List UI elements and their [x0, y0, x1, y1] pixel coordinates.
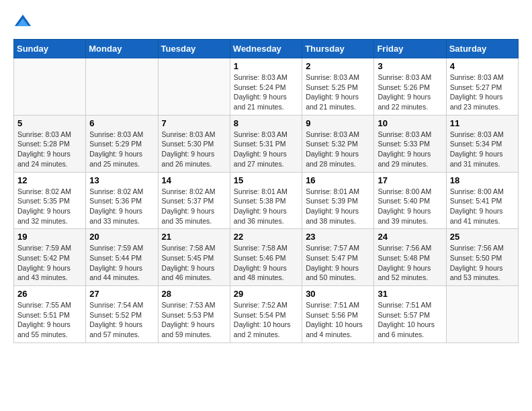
week-row-1: 1Sunrise: 8:03 AM Sunset: 5:24 PM Daylig…: [14, 58, 519, 116]
day-info: Sunrise: 7:57 AM Sunset: 5:47 PM Dayligh…: [306, 243, 370, 283]
weekday-header-sunday: Sunday: [14, 40, 86, 58]
day-number: 26: [17, 289, 82, 299]
day-info: Sunrise: 7:55 AM Sunset: 5:51 PM Dayligh…: [17, 300, 82, 340]
calendar-cell: 20Sunrise: 7:59 AM Sunset: 5:44 PM Dayli…: [86, 229, 158, 286]
day-number: 15: [234, 175, 298, 185]
calendar-cell: 6Sunrise: 8:03 AM Sunset: 5:29 PM Daylig…: [86, 115, 158, 172]
day-number: 7: [162, 118, 226, 128]
day-info: Sunrise: 8:01 AM Sunset: 5:39 PM Dayligh…: [306, 187, 370, 226]
day-number: 1: [234, 61, 298, 71]
calendar-cell: 9Sunrise: 8:03 AM Sunset: 5:32 PM Daylig…: [302, 115, 374, 172]
day-info: Sunrise: 8:02 AM Sunset: 5:37 PM Dayligh…: [162, 187, 226, 226]
calendar-cell: 3Sunrise: 8:03 AM Sunset: 5:26 PM Daylig…: [374, 58, 446, 116]
calendar-cell: 12Sunrise: 8:02 AM Sunset: 5:35 PM Dayli…: [14, 172, 86, 229]
day-info: Sunrise: 8:03 AM Sunset: 5:34 PM Dayligh…: [450, 130, 515, 169]
calendar-cell: 14Sunrise: 8:02 AM Sunset: 5:37 PM Dayli…: [158, 172, 230, 229]
header: [13, 13, 519, 32]
calendar-cell: 22Sunrise: 7:58 AM Sunset: 5:46 PM Dayli…: [230, 229, 302, 286]
calendar-cell: 28Sunrise: 7:53 AM Sunset: 5:53 PM Dayli…: [158, 286, 230, 343]
calendar-cell: [14, 58, 86, 116]
day-number: 24: [378, 232, 442, 242]
day-number: 14: [162, 175, 226, 185]
calendar-cell: 2Sunrise: 8:03 AM Sunset: 5:25 PM Daylig…: [302, 58, 374, 116]
calendar-cell: [86, 58, 158, 116]
calendar-cell: 30Sunrise: 7:51 AM Sunset: 5:56 PM Dayli…: [302, 286, 374, 343]
day-number: 25: [450, 232, 515, 242]
day-info: Sunrise: 7:59 AM Sunset: 5:44 PM Dayligh…: [89, 243, 154, 283]
week-row-2: 5Sunrise: 8:03 AM Sunset: 5:28 PM Daylig…: [14, 115, 519, 172]
day-info: Sunrise: 7:58 AM Sunset: 5:46 PM Dayligh…: [234, 243, 298, 283]
day-number: 6: [89, 118, 154, 128]
day-info: Sunrise: 8:02 AM Sunset: 5:36 PM Dayligh…: [89, 187, 154, 226]
day-number: 10: [378, 118, 442, 128]
calendar-cell: 25Sunrise: 7:56 AM Sunset: 5:50 PM Dayli…: [446, 229, 518, 286]
calendar-cell: 1Sunrise: 8:03 AM Sunset: 5:24 PM Daylig…: [230, 58, 302, 116]
calendar-cell: 10Sunrise: 8:03 AM Sunset: 5:33 PM Dayli…: [374, 115, 446, 172]
day-number: 22: [234, 232, 298, 242]
calendar-cell: 5Sunrise: 8:03 AM Sunset: 5:28 PM Daylig…: [14, 115, 86, 172]
day-info: Sunrise: 8:03 AM Sunset: 5:24 PM Dayligh…: [234, 73, 298, 112]
day-info: Sunrise: 8:03 AM Sunset: 5:28 PM Dayligh…: [17, 130, 82, 169]
calendar-cell: 17Sunrise: 8:00 AM Sunset: 5:40 PM Dayli…: [374, 172, 446, 229]
day-number: 16: [306, 175, 370, 185]
day-info: Sunrise: 8:03 AM Sunset: 5:27 PM Dayligh…: [450, 73, 515, 112]
weekday-header-tuesday: Tuesday: [158, 40, 230, 58]
day-number: 5: [17, 118, 82, 128]
calendar-cell: 23Sunrise: 7:57 AM Sunset: 5:47 PM Dayli…: [302, 229, 374, 286]
day-number: 12: [17, 175, 82, 185]
day-info: Sunrise: 8:03 AM Sunset: 5:29 PM Dayligh…: [89, 130, 154, 169]
day-info: Sunrise: 8:03 AM Sunset: 5:30 PM Dayligh…: [162, 130, 226, 169]
day-info: Sunrise: 8:03 AM Sunset: 5:33 PM Dayligh…: [378, 130, 442, 169]
weekday-header-friday: Friday: [374, 40, 446, 58]
weekday-header-monday: Monday: [86, 40, 158, 58]
calendar-cell: [446, 286, 518, 343]
week-row-4: 19Sunrise: 7:59 AM Sunset: 5:42 PM Dayli…: [14, 229, 519, 286]
calendar-cell: 18Sunrise: 8:00 AM Sunset: 5:41 PM Dayli…: [446, 172, 518, 229]
day-number: 30: [306, 289, 370, 299]
day-info: Sunrise: 7:56 AM Sunset: 5:50 PM Dayligh…: [450, 243, 515, 283]
calendar-cell: 16Sunrise: 8:01 AM Sunset: 5:39 PM Dayli…: [302, 172, 374, 229]
logo-icon: [13, 13, 32, 32]
day-number: 3: [378, 61, 442, 71]
day-number: 9: [306, 118, 370, 128]
calendar-cell: [158, 58, 230, 116]
day-info: Sunrise: 8:03 AM Sunset: 5:31 PM Dayligh…: [234, 130, 298, 169]
day-number: 19: [17, 232, 82, 242]
calendar-cell: 11Sunrise: 8:03 AM Sunset: 5:34 PM Dayli…: [446, 115, 518, 172]
day-info: Sunrise: 8:03 AM Sunset: 5:26 PM Dayligh…: [378, 73, 442, 112]
day-info: Sunrise: 8:03 AM Sunset: 5:32 PM Dayligh…: [306, 130, 370, 169]
weekday-header-wednesday: Wednesday: [230, 40, 302, 58]
calendar-cell: 8Sunrise: 8:03 AM Sunset: 5:31 PM Daylig…: [230, 115, 302, 172]
day-number: 2: [306, 61, 370, 71]
calendar-cell: 15Sunrise: 8:01 AM Sunset: 5:38 PM Dayli…: [230, 172, 302, 229]
day-info: Sunrise: 8:01 AM Sunset: 5:38 PM Dayligh…: [234, 187, 298, 226]
calendar-cell: 27Sunrise: 7:54 AM Sunset: 5:52 PM Dayli…: [86, 286, 158, 343]
week-row-3: 12Sunrise: 8:02 AM Sunset: 5:35 PM Dayli…: [14, 172, 519, 229]
weekday-header-thursday: Thursday: [302, 40, 374, 58]
day-info: Sunrise: 7:59 AM Sunset: 5:42 PM Dayligh…: [17, 243, 82, 283]
day-info: Sunrise: 8:02 AM Sunset: 5:35 PM Dayligh…: [17, 187, 82, 226]
day-info: Sunrise: 7:52 AM Sunset: 5:54 PM Dayligh…: [234, 300, 298, 340]
day-number: 11: [450, 118, 515, 128]
day-info: Sunrise: 8:03 AM Sunset: 5:25 PM Dayligh…: [306, 73, 370, 112]
day-info: Sunrise: 7:51 AM Sunset: 5:57 PM Dayligh…: [378, 300, 442, 340]
day-number: 27: [89, 289, 154, 299]
day-number: 29: [234, 289, 298, 299]
day-info: Sunrise: 8:00 AM Sunset: 5:40 PM Dayligh…: [378, 187, 442, 226]
logo: [13, 13, 35, 32]
day-info: Sunrise: 7:51 AM Sunset: 5:56 PM Dayligh…: [306, 300, 370, 340]
weekday-header-row: SundayMondayTuesdayWednesdayThursdayFrid…: [14, 40, 519, 58]
day-number: 13: [89, 175, 154, 185]
calendar-cell: 21Sunrise: 7:58 AM Sunset: 5:45 PM Dayli…: [158, 229, 230, 286]
week-row-5: 26Sunrise: 7:55 AM Sunset: 5:51 PM Dayli…: [14, 286, 519, 343]
day-info: Sunrise: 7:58 AM Sunset: 5:45 PM Dayligh…: [162, 243, 226, 283]
day-number: 17: [378, 175, 442, 185]
day-number: 18: [450, 175, 515, 185]
day-number: 4: [450, 61, 515, 71]
day-info: Sunrise: 7:54 AM Sunset: 5:52 PM Dayligh…: [89, 300, 154, 340]
calendar-table: SundayMondayTuesdayWednesdayThursdayFrid…: [13, 39, 519, 343]
weekday-header-saturday: Saturday: [446, 40, 518, 58]
day-info: Sunrise: 7:53 AM Sunset: 5:53 PM Dayligh…: [162, 300, 226, 340]
calendar-cell: 13Sunrise: 8:02 AM Sunset: 5:36 PM Dayli…: [86, 172, 158, 229]
day-number: 20: [89, 232, 154, 242]
